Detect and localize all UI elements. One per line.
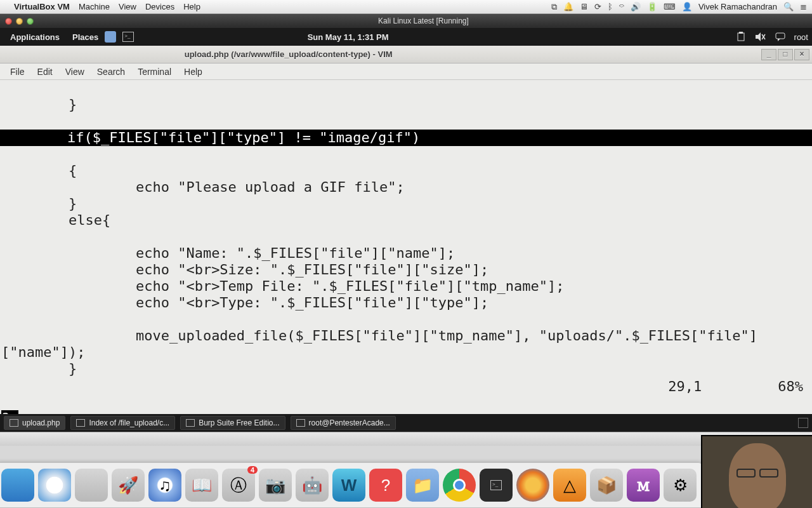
workspace-switcher-icon[interactable] — [798, 418, 808, 428]
close-icon[interactable] — [5, 18, 12, 25]
vim-editor[interactable]: } if($_FILES["file"]["type"] != "image/g… — [0, 80, 812, 414]
dock-iphoto-icon[interactable]: 📷 — [259, 469, 292, 502]
clipboard-icon[interactable] — [736, 32, 746, 42]
dock-safari-icon[interactable] — [38, 469, 71, 502]
dock-itunes-icon[interactable]: ♫ — [148, 469, 181, 502]
volume-muted-icon[interactable] — [755, 32, 766, 42]
kali-logo-icon[interactable] — [105, 31, 116, 43]
zoom-icon[interactable] — [27, 18, 34, 25]
bluetooth-icon[interactable]: ᛒ — [608, 2, 613, 11]
task-burp-suite[interactable]: Burp Suite Free Editio... — [180, 416, 285, 430]
menu-extras-icon[interactable]: ≣ — [800, 2, 807, 11]
code-line — [0, 113, 10, 129]
vm-status-bar — [0, 432, 812, 446]
sync-icon[interactable]: ⟳ — [594, 2, 601, 11]
code-line — [0, 377, 10, 393]
terminal-window-titlebar: upload.php (/var/www/file_upload/content… — [0, 46, 812, 64]
gnome-top-bar: Applications Places Sun May 11, 1:31 PM … — [0, 28, 812, 46]
term-menu-terminal[interactable]: Terminal — [131, 67, 178, 77]
code-cursor-line: if($_FILES["file"]["type"] != "image/gif… — [0, 130, 812, 146]
dock-automator-icon[interactable]: 🤖 — [296, 469, 329, 502]
vm-title: Kali Linux Latest [Running] — [378, 17, 469, 25]
vim-cursor-pos: 29,1 — [668, 378, 702, 394]
window-maximize-button[interactable]: □ — [778, 49, 793, 60]
dock-launchpad-icon[interactable]: 🚀 — [112, 469, 145, 502]
terminal-menu-bar: File Edit View Search Terminal Help — [0, 64, 812, 80]
task-root-terminal[interactable]: root@PentesterAcade... — [291, 416, 396, 430]
macos-dock: 🚀 ♫ 📖 Ⓐ 📷 🤖 W ? 📁 △ 📦 ᴍ ⚙ — [0, 462, 698, 508]
code-line: echo "Name: ".$_FILES["file"]["name"]; — [0, 245, 455, 261]
task-label: Index of /file_upload/c... — [89, 418, 169, 427]
menu-view[interactable]: View — [119, 2, 136, 11]
term-menu-view[interactable]: View — [59, 67, 91, 77]
menu-machine[interactable]: Machine — [79, 2, 110, 11]
presenter-face — [729, 443, 786, 509]
task-upload-php[interactable]: upload.php — [4, 416, 65, 430]
code-line — [0, 229, 10, 244]
volume-icon[interactable]: 🔊 — [631, 2, 641, 11]
dock-unknown-app-icon[interactable]: ? — [369, 469, 402, 502]
code-line: } — [0, 361, 77, 377]
dock-mamp-icon[interactable]: ᴍ — [627, 469, 660, 502]
terminal-icon — [10, 419, 18, 427]
code-line — [0, 394, 10, 410]
minimize-icon[interactable] — [16, 18, 23, 25]
code-line: echo "<br>Size: ".$_FILES["file"]["size"… — [0, 262, 488, 277]
term-menu-edit[interactable]: Edit — [31, 67, 59, 77]
code-line: } — [0, 196, 77, 211]
dock-folder-icon[interactable]: 📁 — [406, 469, 439, 502]
code-line: move_uploaded_file($_FILES["file"]["tmp_… — [0, 328, 757, 344]
task-label: upload.php — [22, 418, 60, 427]
chat-icon[interactable] — [775, 32, 785, 42]
task-index-of[interactable]: Index of /file_upload/c... — [70, 416, 175, 430]
places-menu[interactable]: Places — [66, 32, 105, 42]
display-icon[interactable]: 🖥 — [580, 2, 588, 11]
keyboard-icon[interactable]: ⌨ — [664, 2, 676, 11]
dock-ibooks-icon[interactable]: 📖 — [185, 469, 218, 502]
terminal-icon — [296, 419, 305, 427]
spotlight-icon[interactable]: 🔍 — [783, 2, 794, 11]
clock[interactable]: Sun May 11, 1:31 PM — [308, 32, 389, 42]
applications-menu[interactable]: Applications — [4, 32, 66, 42]
app-menu[interactable]: VirtualBox VM — [14, 2, 70, 11]
app-icon — [186, 419, 195, 427]
terminal-launcher-icon[interactable] — [122, 32, 134, 42]
vim-scroll-pct: 68% — [778, 378, 803, 394]
task-label: root@PentesterAcade... — [309, 418, 390, 427]
gnome-taskbar: upload.php Index of /file_upload/c... Bu… — [0, 414, 812, 432]
window-close-button[interactable]: × — [794, 49, 809, 60]
menu-help[interactable]: Help — [183, 2, 200, 11]
battery-icon[interactable]: 🔋 — [647, 2, 657, 11]
menu-devices[interactable]: Devices — [145, 2, 174, 11]
webcam-overlay — [701, 435, 812, 508]
term-menu-help[interactable]: Help — [178, 67, 209, 77]
dock-vlc-icon[interactable]: △ — [553, 469, 586, 502]
dock-missioncontrol-icon[interactable] — [75, 469, 108, 502]
dock-chrome-icon[interactable] — [443, 469, 476, 502]
dock-terminal-icon[interactable] — [480, 469, 513, 502]
svg-marker-2 — [756, 32, 761, 41]
window-minimize-button[interactable]: _ — [761, 49, 776, 60]
session-user[interactable]: root — [794, 32, 808, 42]
svg-rect-5 — [776, 33, 785, 39]
dock-utility-icon[interactable]: ⚙ — [664, 469, 697, 502]
user-name[interactable]: Vivek Ramachandran — [698, 2, 777, 11]
term-menu-search[interactable]: Search — [91, 67, 131, 77]
user-avatar-icon[interactable]: 👤 — [682, 2, 692, 11]
term-menu-file[interactable]: File — [4, 67, 31, 77]
browser-icon — [76, 419, 85, 427]
dock-finder-icon[interactable] — [1, 469, 34, 502]
screencast-icon[interactable]: ⧉ — [551, 2, 557, 12]
notification-icon[interactable]: 🔔 — [563, 2, 573, 11]
dock-virtualbox-icon[interactable]: 📦 — [590, 469, 623, 502]
task-label: Burp Suite Free Editio... — [199, 418, 279, 427]
dock-appstore-icon[interactable]: Ⓐ — [222, 469, 255, 502]
dock-wireshark-icon[interactable]: W — [332, 469, 365, 502]
code-line: echo "<br>Temp File: ".$_FILES["file"]["… — [0, 278, 564, 294]
code-line: } — [0, 97, 77, 112]
svg-rect-1 — [739, 32, 743, 34]
svg-rect-0 — [738, 33, 744, 41]
wifi-icon[interactable]: ⌔ — [619, 2, 624, 11]
dock-firefox-icon[interactable] — [516, 469, 549, 502]
code-line: ?> — [0, 410, 18, 414]
